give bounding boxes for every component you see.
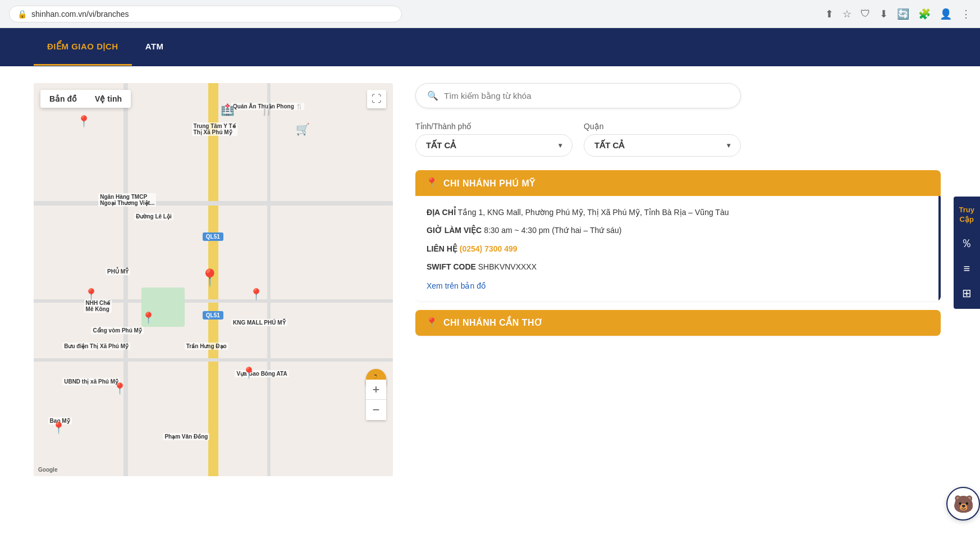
- filter-province-select[interactable]: TẤT CẢ ▾: [415, 134, 573, 157]
- map-type-btn-ve-tinh[interactable]: Vệ tinh: [86, 90, 131, 108]
- map-type-btn-ban-do[interactable]: Bản đồ: [40, 90, 86, 108]
- filter-row: Tỉnh/Thành phố TẤT CẢ ▾ Quận TẤT CẢ ▾: [415, 122, 741, 157]
- branch-map-link[interactable]: Xem trên bản đồ: [427, 281, 486, 290]
- branch-location-icon-can-tho: 📍: [425, 317, 438, 329]
- search-bar: 🔍: [415, 83, 741, 108]
- extension-icon[interactable]: 🛡: [860, 8, 871, 20]
- url-bar[interactable]: 🔒 shinhan.com.vn/vi/branches: [9, 6, 402, 22]
- map-label-le-loi: Đường Lê Lội: [134, 213, 173, 220]
- side-panel-list-icon[interactable]: ≡: [963, 262, 970, 275]
- map-label-pham-van-dong: Phạm Văn Đồng: [163, 433, 209, 440]
- road-vertical-2: [123, 83, 128, 476]
- map-label-tran-hung-dao: Trần Hưng Đạo: [185, 343, 228, 350]
- branch-location-icon-phu-my: 📍: [425, 177, 438, 189]
- map-pin-blue-5[interactable]: 📍: [52, 421, 66, 435]
- map-fullscreen-btn[interactable]: ⛶: [367, 90, 386, 108]
- right-panel: 🔍 Tỉnh/Thành phố TẤT CẢ ▾ Quận TẤT CẢ ▾: [410, 83, 946, 538]
- branch-item-phu-my: 📍 CHI NHÁNH PHÚ MỸ ĐỊA CHỈ Tầng 1, KNG M…: [415, 170, 941, 301]
- nav-item-diem-giao-dich[interactable]: ĐIỂM GIAO DỊCH: [34, 29, 132, 66]
- filter-district-value: TẤT CẢ: [594, 140, 624, 150]
- url-text: shinhan.com.vn/vi/branches: [31, 10, 129, 19]
- chevron-down-icon-district: ▾: [727, 142, 730, 149]
- map-label-buu-dien: Bưu điện Thị Xã Phú Mỹ: [62, 343, 130, 350]
- filter-province-label: Tỉnh/Thành phố: [415, 122, 573, 131]
- branch-hours-row: GIỜ LÀM VIỆC 8:30 am ~ 4:30 pm (Thứ hai …: [427, 224, 929, 236]
- nav-bar: ĐIỂM GIAO DỊCH ATM: [0, 28, 980, 66]
- filter-district-select[interactable]: TẤT CẢ ▾: [584, 134, 741, 157]
- branch-item-can-tho: 📍 CHI NHÁNH CẦN THƠ: [415, 310, 941, 336]
- map-label-cong-vom: Cổng vòm Phú Mỹ: [91, 327, 144, 334]
- map-container[interactable]: PHỦ MỸ KNG MALL PHÚ MỸ UBND thị xã Phú M…: [34, 83, 393, 476]
- lock-icon: 🔒: [17, 10, 27, 19]
- branch-contact-row: LIÊN HỆ (0254) 7300 499: [427, 243, 929, 255]
- map-label-phu-my: PHỦ MỸ: [106, 268, 130, 275]
- branch-swift-row: SWIFT CODE SHBKVNVXXXX: [427, 261, 929, 273]
- map-label-nhh: NHH ChếMê Kông: [84, 299, 112, 313]
- map-zoom-in-btn[interactable]: +: [366, 380, 386, 400]
- menu-icon[interactable]: ⋮: [961, 8, 971, 20]
- map-pin-blue-4[interactable]: 📍: [113, 382, 127, 395]
- branch-body-phu-my: ĐỊA CHỈ Tầng 1, KNG Mall, Phường Phú Mỹ,…: [415, 196, 941, 301]
- map-zoom-out-btn[interactable]: −: [366, 400, 386, 420]
- refresh-icon[interactable]: 🔄: [897, 8, 909, 20]
- branch-address-row: ĐỊA CHỈ Tầng 1, KNG Mall, Phường Phú Mỹ,…: [427, 206, 929, 218]
- side-panel-percent-icon[interactable]: ％: [961, 236, 972, 251]
- main-content: PHỦ MỸ KNG MALL PHÚ MỸ UBND thị xã Phú M…: [0, 66, 980, 543]
- map-pin-red-selected[interactable]: 📍: [199, 268, 220, 288]
- filter-province-group: Tỉnh/Thành phố TẤT CẢ ▾: [415, 122, 573, 157]
- nav-item-atm[interactable]: ATM: [132, 29, 177, 65]
- branch-address-label: ĐỊA CHỈ: [427, 208, 456, 217]
- map-type-controls: Bản đồ Vệ tinh: [40, 90, 131, 108]
- bookmark-icon[interactable]: ☆: [842, 8, 851, 20]
- branch-hours-label: GIỜ LÀM VIỆC: [427, 226, 482, 235]
- browser-actions: ⬆ ☆ 🛡 ⬇ 🔄 🧩 👤 ⋮: [825, 8, 971, 20]
- map-label-trung-tam: Trung Tâm Y TếThị Xã Phú Mỹ: [192, 122, 237, 136]
- branch-item-wrapper-phu-my: 📍 CHI NHÁNH PHÚ MỸ ĐỊA CHỈ Tầng 1, KNG M…: [415, 170, 941, 301]
- branch-title-can-tho: CHI NHÁNH CẦN THƠ: [443, 317, 543, 328]
- map-section: PHỦ MỸ KNG MALL PHÚ MỸ UBND thị xã Phú M…: [34, 83, 393, 538]
- branch-contact-label: LIÊN HỆ: [427, 244, 457, 253]
- branch-address-text: Tầng 1, KNG Mall, Phường Phú Mỹ, Thị Xã …: [457, 208, 729, 217]
- map-pin-blue-10[interactable]: 🍴: [260, 103, 274, 116]
- map-label-ql51: QL51: [203, 232, 223, 241]
- map-google-label: Google: [36, 466, 59, 473]
- share-icon[interactable]: ⬆: [825, 8, 834, 20]
- puzzle-icon[interactable]: 🧩: [918, 8, 931, 20]
- road-vertical-3: [267, 83, 271, 476]
- download-icon[interactable]: ⬇: [880, 8, 888, 20]
- profile-icon[interactable]: 👤: [940, 8, 952, 20]
- map-pin-blue-3[interactable]: 📍: [141, 311, 155, 325]
- chat-btn[interactable]: 🐻: [946, 487, 980, 521]
- filter-province-value: TẤT CẢ: [426, 140, 456, 150]
- side-panel-grid-icon[interactable]: ⊞: [962, 286, 972, 300]
- map-label-ngan-hang: Ngân Hàng TMCPNgoại Thương Việt...: [98, 193, 156, 207]
- branch-title-phu-my: CHI NHÁNH PHÚ MỸ: [443, 178, 535, 189]
- browser-bar: 🔒 shinhan.com.vn/vi/branches ⬆ ☆ 🛡 ⬇ 🔄 🧩…: [0, 0, 980, 28]
- chat-bear-icon: 🐻: [953, 494, 974, 514]
- branch-swift-code: SHBKVNVXXXX: [478, 262, 537, 271]
- search-icon: 🔍: [427, 90, 438, 101]
- map-pin-blue-6[interactable]: 📍: [249, 288, 263, 301]
- road-horizontal-1: [34, 201, 393, 206]
- map-background: PHỦ MỸ KNG MALL PHÚ MỸ UBND thị xã Phú M…: [34, 83, 393, 476]
- map-pin-blue-9[interactable]: 🏥: [221, 103, 235, 116]
- branch-header-can-tho[interactable]: 📍 CHI NHÁNH CẦN THƠ: [415, 310, 941, 336]
- map-pin-blue-2[interactable]: 📍: [84, 288, 98, 301]
- branch-item-wrapper-can-tho: 📍 CHI NHÁNH CẦN THƠ: [415, 310, 941, 336]
- branch-active-indicator: [938, 196, 941, 301]
- branch-phone[interactable]: (0254) 7300 499: [460, 244, 518, 253]
- map-pin-blue-8[interactable]: 🛒: [296, 122, 310, 136]
- side-panel-label: TruyCập: [959, 206, 974, 225]
- map-pin-blue-1[interactable]: 📍: [77, 115, 91, 128]
- map-label-kng: KNG MALL PHÚ MỸ: [231, 319, 287, 326]
- chevron-down-icon-province: ▾: [558, 142, 562, 149]
- road-horizontal-3: [34, 358, 393, 362]
- map-zoom-controls: + −: [366, 380, 386, 420]
- branch-header-phu-my[interactable]: 📍 CHI NHÁNH PHÚ MỸ: [415, 170, 941, 196]
- side-panel: TruyCập ％ ≡ ⊞: [954, 197, 980, 309]
- filter-district-label: Quận: [584, 122, 741, 131]
- search-input[interactable]: [444, 91, 729, 101]
- map-pin-blue-7[interactable]: 📍: [242, 366, 256, 380]
- map-label-ubnd: UBND thị xã Phú Mỹ: [62, 378, 120, 385]
- filter-district-group: Quận TẤT CẢ ▾: [584, 122, 741, 157]
